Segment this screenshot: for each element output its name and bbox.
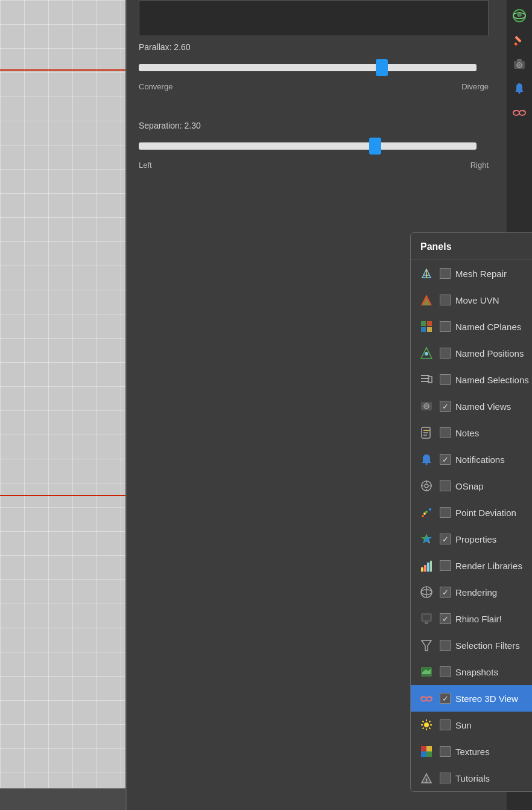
bell-icon[interactable] — [508, 77, 530, 99]
panel-item-sun[interactable]: Sun — [411, 712, 532, 738]
viewport-red-line-top — [0, 69, 125, 71]
snapshots-checkbox[interactable] — [440, 666, 451, 677]
panel-item-properties[interactable]: ✓Properties — [411, 526, 532, 552]
svg-point-50 — [424, 722, 429, 727]
panel-item-move-uvn[interactable]: Move UVN — [411, 287, 532, 313]
panel-item-named-positions[interactable]: Named Positions — [411, 340, 532, 366]
panel-item-rhino-flair[interactable]: ✓Rhino Flair! — [411, 605, 532, 632]
notes-label: Notes — [455, 428, 532, 438]
named-cplanes-icon — [418, 318, 435, 335]
mesh-repair-checkbox[interactable] — [440, 268, 451, 279]
notifications-checkbox[interactable]: ✓ — [440, 454, 451, 465]
selection-filters-checkbox[interactable] — [440, 640, 451, 651]
panel-item-notes[interactable]: Notes — [411, 419, 532, 446]
move-uvn-label: Move UVN — [455, 295, 532, 305]
viewport-bottom-bar — [0, 788, 125, 810]
parallax-slider-thumb[interactable] — [376, 59, 388, 76]
rendering-checkbox[interactable]: ✓ — [440, 587, 451, 598]
svg-rect-33 — [421, 567, 423, 572]
svg-point-29 — [422, 515, 424, 517]
properties-icon — [418, 531, 435, 547]
move-uvn-checkbox[interactable] — [440, 295, 451, 305]
named-views-label: Named Views — [455, 401, 532, 412]
panel-item-osnap[interactable]: OSnap — [411, 473, 532, 499]
pencil-icon[interactable] — [508, 29, 530, 51]
mesh-repair-label: Mesh Repair — [455, 269, 532, 279]
svg-line-57 — [429, 721, 431, 722]
panel-item-mesh-repair[interactable]: Mesh Repair — [411, 260, 532, 287]
svg-rect-60 — [426, 746, 432, 751]
panel-item-textures[interactable]: Textures — [411, 738, 532, 765]
panel-item-named-selections[interactable]: Named Selections — [411, 366, 532, 393]
panel-item-named-views[interactable]: ✓Named Views — [411, 393, 532, 419]
panel-item-point-deviation[interactable]: Point Deviation — [411, 499, 532, 526]
panel-item-rendering[interactable]: ✓Rendering — [411, 579, 532, 605]
svg-rect-69 — [514, 42, 518, 46]
textures-label: Textures — [455, 747, 532, 757]
sun-icon — [418, 716, 435, 733]
panel-item-render-libraries[interactable]: Render Libraries — [411, 552, 532, 579]
named-selections-label: Named Selections — [455, 375, 532, 385]
svg-rect-41 — [423, 615, 430, 620]
main-area: Parallax: 2.60 Converge Diverge Separati… — [127, 0, 507, 810]
named-views-checkbox[interactable]: ✓ — [440, 401, 451, 412]
svg-rect-5 — [421, 321, 426, 326]
svg-point-17 — [425, 405, 428, 407]
glasses-icon[interactable] — [508, 101, 530, 123]
properties-label: Properties — [455, 534, 532, 544]
separation-label: Separation: 2.30 — [139, 121, 489, 130]
textures-checkbox[interactable] — [440, 746, 451, 757]
viewport-grid — [0, 0, 125, 810]
svg-rect-73 — [517, 59, 522, 62]
separation-slider-container[interactable] — [139, 136, 477, 156]
panel-item-selection-filters[interactable]: Selection Filters — [411, 632, 532, 659]
separation-slider-thumb[interactable] — [369, 138, 381, 155]
tutorials-checkbox[interactable] — [440, 773, 451, 783]
point-deviation-checkbox[interactable] — [440, 507, 451, 518]
parallax-slider-container[interactable] — [139, 58, 477, 77]
panel-item-stereo-3d-view[interactable]: ✓Stereo 3D View — [411, 685, 532, 712]
svg-line-55 — [423, 721, 424, 722]
point-deviation-label: Point Deviation — [455, 508, 532, 518]
snapshots-label: Snapshots — [455, 667, 532, 677]
named-selections-checkbox[interactable] — [440, 374, 451, 385]
named-cplanes-checkbox[interactable] — [440, 321, 451, 332]
textures-icon — [418, 743, 435, 760]
stereo-3d-view-checkbox[interactable]: ✓ — [440, 693, 451, 704]
svg-point-30 — [425, 511, 428, 513]
separation-right-label: Right — [470, 161, 489, 170]
panels-list: Mesh RepairMove UVNNamed CPlanesNamed Po… — [411, 260, 532, 791]
svg-line-58 — [423, 728, 424, 729]
svg-rect-61 — [421, 751, 426, 757]
sphere-icon[interactable] — [508, 5, 530, 27]
snapshots-icon — [418, 663, 435, 680]
panel-item-notifications[interactable]: ✓Notifications — [411, 446, 532, 473]
named-positions-checkbox[interactable] — [440, 348, 451, 359]
mesh-repair-icon — [418, 265, 435, 282]
rhino-flair-checkbox[interactable]: ✓ — [440, 613, 451, 624]
svg-rect-8 — [427, 327, 432, 332]
render-libraries-icon — [418, 557, 435, 574]
panel-item-tutorials[interactable]: Tutorials — [411, 765, 532, 791]
panel-item-snapshots[interactable]: Snapshots — [411, 659, 532, 685]
render-libraries-checkbox[interactable] — [440, 560, 451, 571]
camera-icon[interactable] — [508, 53, 530, 75]
notes-checkbox[interactable] — [440, 427, 451, 438]
svg-point-65 — [426, 782, 428, 783]
sun-checkbox[interactable] — [440, 719, 451, 730]
separation-section: Separation: 2.30 Left Right — [139, 121, 489, 170]
svg-point-75 — [518, 64, 521, 66]
viewport-left — [0, 0, 127, 810]
parallax-section: Parallax: 2.60 Converge Diverge — [139, 42, 489, 91]
tutorials-icon — [418, 770, 435, 786]
svg-rect-6 — [427, 321, 432, 326]
move-uvn-icon — [418, 292, 435, 308]
properties-checkbox[interactable]: ✓ — [440, 534, 451, 544]
rhino-flair-icon — [418, 610, 435, 627]
osnap-checkbox[interactable] — [440, 480, 451, 491]
svg-point-32 — [423, 512, 426, 515]
svg-rect-7 — [421, 327, 426, 332]
stereo-3d-view-label: Stereo 3D View — [455, 694, 532, 704]
panel-item-named-cplanes[interactable]: Named CPlanes — [411, 313, 532, 340]
panels-popup: Panels Mesh RepairMove UVNNamed CPlanesN… — [410, 232, 532, 792]
